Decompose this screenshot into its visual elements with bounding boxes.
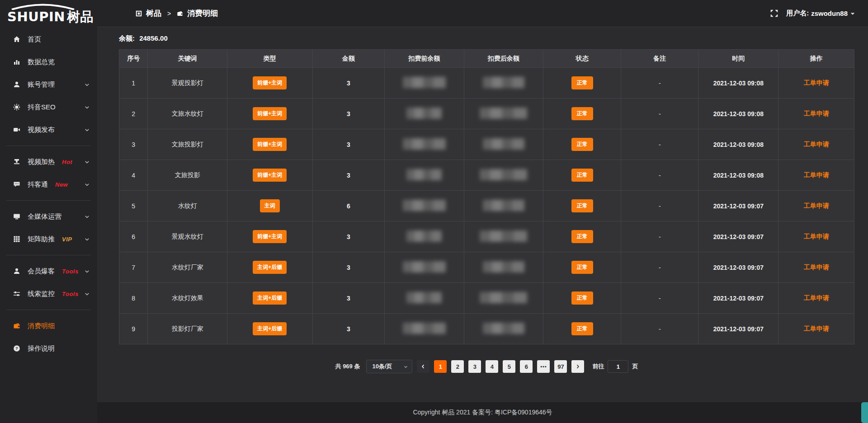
prev-page-button[interactable]: [417, 360, 429, 373]
blurred-balance-after: [483, 200, 524, 211]
cell-amount: 3: [312, 221, 384, 252]
user-menu[interactable]: 用户名: zswodun88: [786, 9, 855, 18]
blurred-balance-before: [403, 200, 446, 211]
blurred-balance-after: [480, 108, 527, 119]
type-badge: 主词+后缀: [253, 291, 287, 305]
page-size-select[interactable]: 10条/页: [366, 360, 412, 373]
status-badge: 正常: [571, 169, 593, 182]
sidebar-item-视频发布[interactable]: 视频发布: [0, 118, 97, 141]
cell-keyword: 文旅水纹灯: [148, 99, 227, 129]
column-header: 扣费后余额: [464, 50, 543, 68]
table-header-row: 序号关键词类型金额扣费前余额扣费后余额状态备注时间操作: [119, 50, 854, 68]
sidebar-item-label: 抖客通: [28, 180, 48, 189]
table-row: 5 水纹灯 主词 6 正常 - 2021-12-03 09:07 工单申请: [119, 191, 854, 221]
work-order-link[interactable]: 工单申请: [804, 171, 829, 179]
blurred-balance-after: [483, 77, 524, 88]
pagination-ellipsis[interactable]: •••: [537, 360, 550, 373]
sidebar-item-线索监控[interactable]: 线索监控 Tools: [0, 282, 97, 305]
column-header: 时间: [698, 50, 778, 68]
sidebar-item-账号管理[interactable]: 账号管理: [0, 73, 97, 96]
grid-icon: [13, 235, 21, 243]
breadcrumb-item-current[interactable]: 消费明细: [187, 8, 218, 19]
cell-amount: 3: [312, 160, 384, 191]
blurred-balance-after: [480, 292, 527, 303]
username-label: 用户名:: [786, 9, 809, 18]
cell-remark: -: [621, 221, 698, 252]
column-header: 操作: [778, 50, 854, 68]
cell-keyword: 水纹灯效果: [148, 283, 227, 314]
chevron-down-icon: [84, 236, 90, 242]
balance: 余额: 24856.00: [119, 34, 854, 43]
floating-widget-sliver[interactable]: [861, 402, 868, 423]
work-order-link[interactable]: 工单申请: [804, 325, 829, 332]
next-page-button[interactable]: [571, 360, 584, 373]
work-order-link[interactable]: 工单申请: [804, 79, 829, 86]
sidebar-item-视频加热[interactable]: 视频加热 Hot: [0, 150, 97, 173]
blurred-balance-after: [483, 261, 524, 273]
work-order-link[interactable]: 工单申请: [804, 202, 829, 209]
page-button-2[interactable]: 2: [451, 360, 464, 373]
type-badge: 主词: [260, 199, 280, 212]
balance-label: 余额:: [119, 34, 135, 42]
work-order-link[interactable]: 工单申请: [804, 141, 829, 148]
page-size-value: 10条/页: [372, 362, 392, 371]
chevron-down-icon: [84, 159, 90, 165]
blurred-balance-before: [403, 323, 446, 334]
blurred-balance-after: [480, 230, 527, 242]
page-button-6[interactable]: 6: [520, 360, 533, 373]
gear-icon: [13, 103, 21, 111]
chat-icon: [13, 180, 21, 188]
svg-text:?: ?: [15, 346, 18, 351]
cell-keyword: 投影灯厂家: [148, 314, 227, 344]
breadcrumb-item-home[interactable]: 树品: [146, 8, 161, 19]
page-button-5[interactable]: 5: [503, 360, 515, 373]
type-badge: 前缀+主词: [253, 230, 287, 243]
status-badge: 正常: [571, 138, 593, 151]
table-row: 1 景观投影灯 前缀+主词 3 正常 - 2021-12-03 09:08 工单…: [119, 68, 854, 99]
sidebar-item-label: 操作说明: [28, 344, 55, 353]
page-button-4[interactable]: 4: [486, 360, 498, 373]
logo-text-en: SHUPIN: [7, 9, 65, 24]
cell-time: 2021-12-03 09:07: [698, 221, 778, 252]
type-badge: 主词+后缀: [253, 322, 287, 335]
balance-value: 24856.00: [139, 34, 168, 42]
sliders-icon: [13, 290, 21, 298]
column-header: 金额: [312, 50, 384, 68]
sidebar-item-操作说明[interactable]: ? 操作说明: [0, 337, 97, 360]
cell-time: 2021-12-03 09:07: [698, 314, 778, 344]
page-button-3[interactable]: 3: [468, 360, 481, 373]
sidebar-item-数据总览[interactable]: 数据总览: [0, 51, 97, 73]
blurred-balance-before: [406, 230, 442, 242]
member-icon: [13, 267, 21, 275]
work-order-link[interactable]: 工单申请: [804, 263, 829, 271]
status-badge: 正常: [571, 230, 593, 243]
sidebar-item-tag: Tools: [62, 268, 79, 275]
page-button-97[interactable]: 97: [554, 360, 567, 373]
sidebar-item-矩阵助推[interactable]: 矩阵助推 VIP: [0, 228, 97, 250]
sidebar-divider: [6, 200, 91, 201]
consumption-table: 序号关键词类型金额扣费前余额扣费后余额状态备注时间操作 1 景观投影灯 前缀+主…: [119, 49, 854, 344]
blurred-balance-after: [483, 138, 524, 150]
sidebar-divider: [6, 310, 91, 310]
fullscreen-icon[interactable]: [770, 9, 778, 17]
work-order-link[interactable]: 工单申请: [804, 294, 829, 301]
sidebar-item-会员爆客[interactable]: 会员爆客 Tools: [0, 260, 97, 282]
goto-page-input[interactable]: [608, 360, 628, 373]
cell-index: 5: [119, 191, 148, 221]
cell-remark: -: [621, 314, 698, 344]
sidebar-item-抖音SEO[interactable]: 抖音SEO: [0, 96, 97, 118]
page-button-1[interactable]: 1: [434, 360, 447, 373]
sidebar-item-首页[interactable]: 首页: [0, 28, 97, 51]
user-icon: [13, 80, 21, 89]
work-order-link[interactable]: 工单申请: [804, 110, 829, 117]
sidebar-item-全媒体运营[interactable]: 全媒体运营: [0, 205, 97, 228]
pagination-total: 共 969 条: [335, 362, 360, 371]
topbar: 树品 > 消费明细 用户名: zswodun88: [97, 0, 868, 27]
sidebar-item-消费明细[interactable]: 消费明细: [0, 315, 97, 337]
cell-amount: 3: [312, 283, 384, 314]
cell-keyword: 景观水纹灯: [148, 221, 227, 252]
sidebar-item-抖客通[interactable]: 抖客通 New: [0, 173, 97, 196]
work-order-link[interactable]: 工单申请: [804, 233, 829, 240]
table-row: 3 文旅投影灯 前缀+主词 3 正常 - 2021-12-03 09:08 工单…: [119, 129, 854, 160]
username-value: zswodun88: [811, 9, 848, 17]
